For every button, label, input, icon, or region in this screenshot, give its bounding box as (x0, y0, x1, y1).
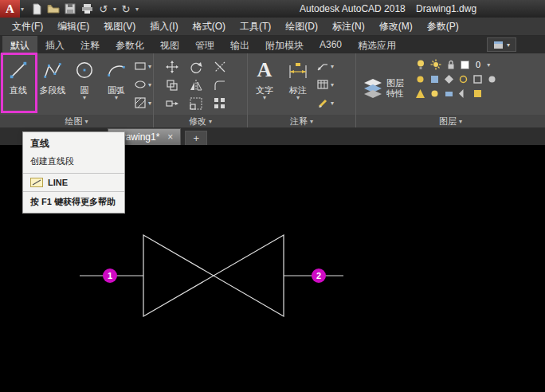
undo-icon: ↺ (100, 4, 108, 14)
hatch-icon (134, 96, 147, 109)
ribbon-tab-featured-apps[interactable]: 精选应用 (350, 36, 404, 53)
tooltip-help-text: 按 F1 键获得更多帮助 (23, 192, 124, 213)
undo-button[interactable]: ↺ (96, 2, 111, 16)
mirror-icon[interactable] (190, 79, 202, 92)
move-icon[interactable] (166, 61, 178, 73)
modify-panel-label[interactable]: 修改 ▾ (154, 115, 247, 127)
table-tool-button[interactable]: ▾ (316, 78, 334, 91)
layers-panel: 图层特性 (356, 53, 545, 127)
markup-tool-button[interactable]: ▾ (316, 96, 334, 109)
ribbon-tab-insert[interactable]: 插入 (37, 36, 73, 53)
layer-tool-icon[interactable] (458, 74, 469, 84)
hatch-tool-button[interactable]: ▾ (134, 96, 151, 109)
menu-file[interactable]: 文件(F) (5, 18, 50, 35)
leader-arrow-icon: ▾ (331, 63, 334, 70)
circle-dropdown-arrow-icon[interactable]: ▾ (83, 95, 86, 101)
layer-tool-icon[interactable] (487, 74, 497, 84)
ribbon-options-arrow-icon: ▾ (507, 41, 510, 49)
text-button[interactable]: A 文字 ▾ (248, 53, 281, 115)
layer-selector[interactable]: 0 ▾ (415, 59, 497, 70)
menu-draw[interactable]: 绘图(D) (278, 18, 325, 35)
current-layer-name: 0 (473, 60, 483, 69)
menu-modify[interactable]: 修改(M) (372, 18, 420, 35)
layer-tool-icon[interactable] (444, 74, 454, 84)
ribbon-tab-annotate[interactable]: 注释 (73, 36, 108, 53)
ribbon-tab-home[interactable]: 默认 (2, 36, 37, 53)
ribbon-tab-a360[interactable]: A360 (312, 36, 350, 53)
leader-tool-button[interactable]: ▾ (316, 60, 334, 73)
ellipse-tool-button[interactable]: ▾ (134, 78, 151, 91)
layer-color-swatch[interactable] (461, 61, 469, 69)
annotation-marker-1: 1 (103, 269, 117, 283)
annotation-panel-label[interactable]: 注释 ▾ (248, 115, 355, 127)
layer-properties-button[interactable]: 图层特性 (356, 53, 410, 115)
ribbon-options-button[interactable]: ▾ (487, 37, 516, 52)
ribbon-tab-addins[interactable]: 附加模块 (257, 36, 312, 53)
qat-customize-arrow-icon[interactable]: ▾ (135, 6, 139, 13)
layer-tool-icon[interactable] (444, 88, 454, 99)
ellipse-arrow-icon: ▾ (148, 81, 151, 88)
file-tab-close-icon[interactable]: × (167, 132, 173, 142)
arc-button[interactable]: 圆弧 ▾ (100, 53, 132, 115)
layer-tool-icon[interactable] (472, 74, 483, 84)
menu-insert[interactable]: 插入(I) (143, 18, 185, 35)
layer-tool-icon[interactable] (458, 88, 469, 99)
new-drawing-tab-button[interactable]: + (185, 131, 207, 145)
ribbon-tab-view[interactable]: 视图 (152, 36, 187, 53)
layer-tool-icon[interactable] (415, 88, 425, 99)
new-file-button[interactable] (29, 2, 44, 16)
undo-dropdown-arrow-icon[interactable]: ▾ (113, 6, 116, 13)
ribbon: 直线 多段线 (0, 53, 545, 127)
menu-tools[interactable]: 工具(T) (233, 18, 278, 35)
layer-tool-icon[interactable] (472, 88, 483, 99)
layer-tool-icon[interactable] (415, 74, 425, 84)
app-menu-arrow-icon[interactable]: ▾ (21, 6, 24, 13)
dimension-dropdown-arrow-icon[interactable]: ▾ (296, 95, 300, 101)
copy-icon[interactable] (166, 79, 178, 92)
modify-panel-expand-icon: ▾ (209, 118, 212, 125)
annotation-extra-tools: ▾ ▾ (316, 53, 334, 115)
layer-dropdown-arrow-icon[interactable]: ▾ (487, 61, 490, 69)
save-button[interactable] (63, 2, 77, 16)
fillet-icon[interactable] (214, 79, 226, 92)
valve-symbol-drawing[interactable] (80, 235, 343, 316)
array-icon[interactable] (214, 97, 226, 110)
rectangle-arrow-icon: ▾ (148, 63, 151, 70)
ellipse-icon (134, 78, 147, 91)
ribbon-tab-output[interactable]: 输出 (222, 36, 257, 53)
layer-tool-icon[interactable] (429, 88, 440, 99)
redo-button[interactable]: ↻ (119, 2, 133, 16)
printer-icon (81, 3, 93, 14)
draw-panel-label[interactable]: 绘图 ▾ (0, 115, 153, 127)
line-button[interactable]: 直线 (0, 53, 37, 115)
text-dropdown-arrow-icon[interactable]: ▾ (263, 95, 266, 101)
layer-tool-icon[interactable] (429, 74, 440, 84)
menu-view[interactable]: 视图(V) (96, 18, 143, 35)
menu-bar: 文件(F) 编辑(E) 视图(V) 插入(I) 格式(O) 工具(T) 绘图(D… (0, 18, 545, 36)
rotate-icon[interactable] (190, 61, 202, 73)
dimension-button[interactable]: 标注 ▾ (281, 53, 315, 115)
stretch-icon[interactable] (166, 97, 178, 110)
ribbon-tab-parametric[interactable]: 参数化 (108, 36, 152, 53)
menu-dimension[interactable]: 标注(N) (325, 18, 372, 35)
modify-panel: 修改 ▾ (154, 53, 248, 127)
menu-parametric[interactable]: 参数(P) (420, 18, 466, 35)
plot-button[interactable] (80, 2, 94, 16)
layers-panel-label[interactable]: 图层 ▾ (356, 115, 545, 127)
ribbon-tab-manage[interactable]: 管理 (187, 36, 222, 53)
arc-dropdown-arrow-icon[interactable]: ▾ (115, 95, 118, 101)
circle-button[interactable]: 圆 ▾ (69, 53, 100, 115)
modify-tools-grid (154, 53, 238, 115)
open-file-button[interactable] (46, 2, 61, 16)
polyline-button[interactable]: 多段线 (37, 53, 69, 115)
table-icon (316, 78, 329, 91)
menu-format[interactable]: 格式(O) (186, 18, 233, 35)
scale-icon[interactable] (190, 97, 202, 110)
rectangle-tool-button[interactable]: ▾ (134, 60, 151, 73)
hatch-arrow-icon: ▾ (148, 100, 151, 107)
autocad-logo[interactable]: A (0, 0, 20, 18)
title-bar: A ▾ (0, 0, 545, 18)
trim-icon[interactable] (214, 61, 226, 73)
menu-edit[interactable]: 编辑(E) (50, 18, 96, 35)
line-icon (8, 57, 29, 83)
